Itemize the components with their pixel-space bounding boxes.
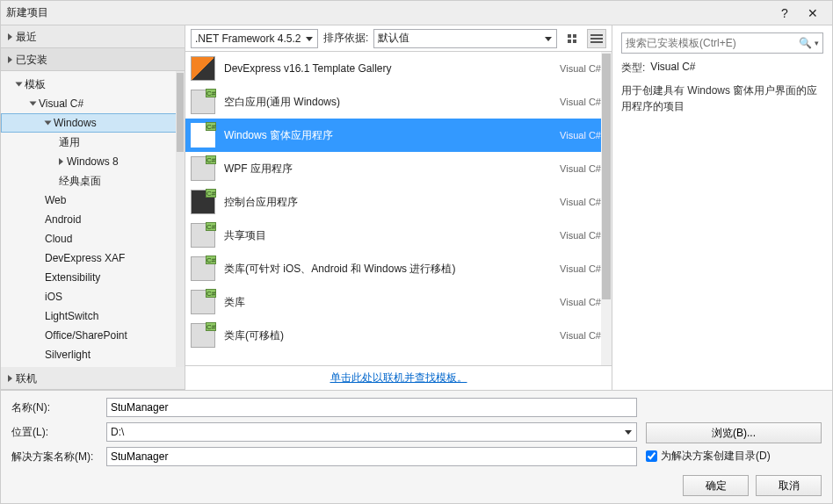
create-dir-row: 为解决方案创建目录(D) bbox=[646, 449, 822, 464]
name-label: 名称(N): bbox=[11, 400, 99, 415]
template-item[interactable]: C#共享项目Visual C# bbox=[185, 219, 612, 252]
cancel-button[interactable]: 取消 bbox=[756, 475, 822, 496]
template-icon: C# bbox=[191, 223, 215, 248]
tree-item-dxxaf[interactable]: DevExpress XAF bbox=[1, 248, 185, 268]
template-icon: C# bbox=[191, 190, 215, 214]
template-icon: C# bbox=[191, 90, 215, 114]
online-templates-link[interactable]: 单击此处以联机并查找模板。 bbox=[330, 371, 467, 385]
bottom-panel: 名称(N): 位置(L): D:\ 解决方案名称(M): 浏览(B)... 为解… bbox=[1, 390, 832, 503]
csharp-badge-icon: C# bbox=[206, 256, 216, 264]
toolbar: .NET Framework 4.5.2 排序依据: 默认值 bbox=[185, 25, 612, 52]
location-input[interactable]: D:\ bbox=[106, 422, 637, 442]
caret-icon bbox=[30, 102, 37, 106]
footer-buttons: 确定 取消 bbox=[11, 472, 822, 496]
tree-item-windows8[interactable]: Windows 8 bbox=[1, 152, 185, 171]
panel-installed[interactable]: 已安装 bbox=[1, 48, 185, 71]
main-area: 最近 已安装 模板 Visual C# Windows 通用 Windows 8… bbox=[1, 25, 832, 390]
template-item[interactable]: DevExpress v16.1 Template GalleryVisual … bbox=[185, 52, 612, 85]
online-label: 联机 bbox=[16, 367, 37, 390]
solution-label: 解决方案名称(M): bbox=[11, 450, 99, 464]
caret-icon bbox=[8, 33, 12, 40]
caret-icon bbox=[45, 121, 52, 126]
ok-button[interactable]: 确定 bbox=[683, 475, 749, 496]
view-small-icons[interactable] bbox=[587, 29, 606, 48]
tree-item-silverlight[interactable]: Silverlight bbox=[1, 345, 185, 364]
caret-icon bbox=[8, 56, 12, 63]
template-item[interactable]: C#类库Visual C# bbox=[185, 285, 612, 319]
solution-row: 解决方案名称(M): bbox=[11, 447, 637, 466]
panel-online[interactable]: 联机 bbox=[1, 367, 185, 390]
tree-item-universal[interactable]: 通用 bbox=[1, 133, 185, 152]
tree-item-cloud[interactable]: Cloud bbox=[1, 229, 185, 248]
template-icon: C# bbox=[191, 290, 215, 314]
location-row: 位置(L): D:\ bbox=[11, 422, 637, 442]
tree-scrollbar[interactable] bbox=[176, 71, 185, 367]
type-value: Visual C# bbox=[650, 61, 695, 76]
tree-item-extensibility[interactable]: Extensibility bbox=[1, 268, 185, 287]
scrollbar-thumb[interactable] bbox=[602, 54, 611, 299]
search-icon: 🔍 bbox=[797, 37, 813, 49]
tree-item-templates[interactable]: 模板 bbox=[1, 75, 185, 94]
center-panel: .NET Framework 4.5.2 排序依据: 默认值 DevExpres… bbox=[185, 25, 612, 390]
template-scrollbar[interactable] bbox=[601, 52, 612, 365]
dropdown-icon[interactable]: ▾ bbox=[815, 39, 819, 47]
name-row: 名称(N): bbox=[11, 398, 637, 417]
caret-icon bbox=[59, 158, 63, 165]
create-dir-label: 为解决方案创建目录(D) bbox=[661, 449, 771, 464]
csharp-badge-icon: C# bbox=[206, 289, 216, 298]
csharp-badge-icon: C# bbox=[206, 89, 216, 97]
tree-item-csharp[interactable]: Visual C# bbox=[1, 94, 185, 113]
template-item-selected[interactable]: C#Windows 窗体应用程序Visual C# bbox=[185, 119, 612, 152]
csharp-badge-icon: C# bbox=[206, 222, 216, 231]
search-input[interactable] bbox=[626, 37, 797, 49]
csharp-badge-icon: C# bbox=[206, 322, 216, 331]
browse-button[interactable]: 浏览(B)... bbox=[646, 422, 822, 443]
right-panel: 🔍 ▾ 类型: Visual C# 用于创建具有 Windows 窗体用户界面的… bbox=[612, 25, 832, 390]
titlebar: 新建项目 ? ✕ bbox=[1, 1, 832, 25]
grid-icon bbox=[568, 34, 576, 43]
template-item[interactable]: C#类库(可移植)Visual C# bbox=[185, 319, 612, 352]
template-icon: C# bbox=[191, 323, 215, 348]
location-label: 位置(L): bbox=[11, 425, 99, 440]
view-medium-icons[interactable] bbox=[562, 29, 582, 48]
close-button[interactable]: ✕ bbox=[799, 4, 827, 23]
caret-icon bbox=[8, 375, 12, 382]
tree-item-lightswitch[interactable]: LightSwitch bbox=[1, 306, 185, 326]
type-row: 类型: Visual C# bbox=[621, 61, 823, 76]
installed-label: 已安装 bbox=[16, 48, 47, 71]
scrollbar-thumb[interactable] bbox=[177, 73, 184, 152]
template-item[interactable]: C#空白应用(通用 Windows)Visual C# bbox=[185, 85, 612, 119]
tree-item-windows[interactable]: Windows bbox=[1, 113, 185, 133]
tree-item-web[interactable]: Web bbox=[1, 191, 185, 210]
template-item[interactable]: C#WPF 应用程序Visual C# bbox=[185, 152, 612, 185]
template-item[interactable]: C#控制台应用程序Visual C# bbox=[185, 185, 612, 219]
solution-input[interactable] bbox=[106, 447, 637, 466]
template-list: DevExpress v16.1 Template GalleryVisual … bbox=[185, 52, 612, 365]
create-dir-checkbox[interactable] bbox=[646, 450, 657, 462]
caret-icon bbox=[16, 83, 23, 87]
search-box[interactable]: 🔍 ▾ bbox=[621, 32, 823, 54]
tree-item-office[interactable]: Office/SharePoint bbox=[1, 326, 185, 345]
panel-recent[interactable]: 最近 bbox=[1, 25, 185, 48]
template-icon: C# bbox=[191, 256, 215, 281]
csharp-badge-icon: C# bbox=[206, 189, 216, 198]
help-button[interactable]: ? bbox=[771, 4, 799, 23]
type-label: 类型: bbox=[621, 61, 645, 76]
template-tree: 模板 Visual C# Windows 通用 Windows 8 经典桌面 W… bbox=[1, 71, 185, 367]
list-icon bbox=[590, 34, 603, 43]
recent-label: 最近 bbox=[16, 25, 37, 48]
template-item[interactable]: C#类库(可针对 iOS、Android 和 Windows 进行移植)Visu… bbox=[185, 252, 612, 285]
sort-label: 排序依据: bbox=[323, 31, 368, 46]
csharp-badge-icon: C# bbox=[206, 122, 216, 131]
template-icon bbox=[191, 56, 215, 81]
name-input[interactable] bbox=[106, 398, 637, 417]
window-title: 新建项目 bbox=[6, 5, 771, 20]
sort-select[interactable]: 默认值 bbox=[373, 29, 557, 48]
framework-select[interactable]: .NET Framework 4.5.2 bbox=[191, 29, 318, 48]
tree-item-android[interactable]: Android bbox=[1, 210, 185, 229]
template-description: 用于创建具有 Windows 窗体用户界面的应用程序的项目 bbox=[621, 83, 823, 114]
left-panel: 最近 已安装 模板 Visual C# Windows 通用 Windows 8… bbox=[1, 25, 185, 390]
tree-item-classic[interactable]: 经典桌面 bbox=[1, 171, 185, 191]
tree-item-ios[interactable]: iOS bbox=[1, 287, 185, 306]
csharp-badge-icon: C# bbox=[206, 155, 216, 164]
